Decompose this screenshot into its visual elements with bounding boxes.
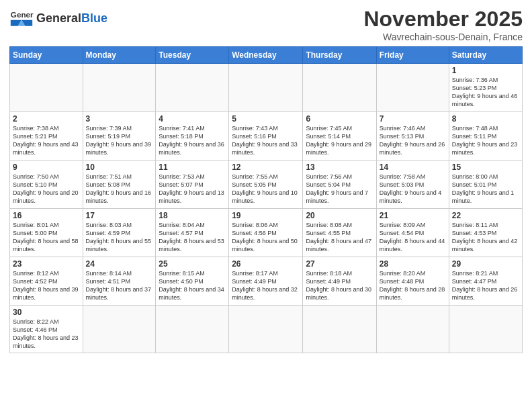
calendar-day-cell: 18Sunrise: 8:04 AM Sunset: 4:57 PM Dayli… [156, 209, 229, 257]
day-info: Sunrise: 7:58 AM Sunset: 5:03 PM Dayligh… [380, 173, 446, 205]
calendar-week-row: 16Sunrise: 8:01 AM Sunset: 5:00 PM Dayli… [10, 209, 523, 257]
calendar-day-cell [449, 306, 522, 353]
calendar-week-row: 9Sunrise: 7:50 AM Sunset: 5:10 PM Daylig… [10, 161, 523, 209]
calendar-week-row: 2Sunrise: 7:38 AM Sunset: 5:21 PM Daylig… [10, 112, 523, 161]
day-info: Sunrise: 7:38 AM Sunset: 5:21 PM Dayligh… [13, 124, 80, 157]
day-info: Sunrise: 8:14 AM Sunset: 4:51 PM Dayligh… [86, 269, 153, 302]
calendar-day-cell: 26Sunrise: 8:17 AM Sunset: 4:49 PM Dayli… [229, 257, 303, 306]
day-number: 12 [232, 163, 300, 172]
day-number: 19 [232, 211, 300, 220]
calendar-day-cell [303, 306, 376, 353]
calendar-day-cell [376, 64, 449, 112]
calendar-day-cell: 17Sunrise: 8:03 AM Sunset: 4:59 PM Dayli… [83, 209, 156, 257]
weekday-header-friday: Friday [376, 47, 449, 64]
day-info: Sunrise: 7:53 AM Sunset: 5:07 PM Dayligh… [159, 173, 226, 205]
calendar-day-cell: 30Sunrise: 8:22 AM Sunset: 4:46 PM Dayli… [10, 306, 83, 353]
calendar-day-cell [376, 306, 449, 353]
calendar-day-cell: 8Sunrise: 7:48 AM Sunset: 5:11 PM Daylig… [449, 112, 522, 161]
svg-text:General: General [11, 10, 34, 19]
calendar-table: SundayMondayTuesdayWednesdayThursdayFrid… [9, 46, 523, 353]
weekday-header-tuesday: Tuesday [156, 47, 229, 64]
weekday-header-row: SundayMondayTuesdayWednesdayThursdayFrid… [10, 47, 523, 64]
day-number: 6 [306, 114, 373, 124]
day-number: 24 [86, 259, 153, 269]
day-number: 8 [452, 114, 519, 124]
day-number: 11 [159, 163, 226, 172]
day-number: 27 [306, 259, 373, 269]
calendar-day-cell: 14Sunrise: 7:58 AM Sunset: 5:03 PM Dayli… [376, 161, 449, 209]
calendar-day-cell: 28Sunrise: 8:20 AM Sunset: 4:48 PM Dayli… [376, 257, 449, 306]
weekday-header-saturday: Saturday [449, 47, 522, 64]
day-number: 10 [86, 163, 153, 172]
calendar-day-cell: 19Sunrise: 8:06 AM Sunset: 4:56 PM Dayli… [229, 209, 303, 257]
day-number: 17 [86, 211, 153, 220]
day-number: 1 [452, 66, 519, 75]
day-info: Sunrise: 7:51 AM Sunset: 5:08 PM Dayligh… [86, 173, 153, 205]
day-info: Sunrise: 8:09 AM Sunset: 4:54 PM Dayligh… [380, 221, 446, 254]
calendar-day-cell: 25Sunrise: 8:15 AM Sunset: 4:50 PM Dayli… [156, 257, 229, 306]
page: General GeneralBlue November 2025 Wavrec… [0, 0, 532, 360]
day-number: 28 [380, 259, 446, 269]
day-info: Sunrise: 8:01 AM Sunset: 5:00 PM Dayligh… [13, 221, 80, 254]
day-number: 4 [159, 114, 226, 124]
day-info: Sunrise: 7:43 AM Sunset: 5:16 PM Dayligh… [232, 124, 300, 157]
day-number: 22 [452, 211, 519, 220]
calendar-day-cell: 13Sunrise: 7:56 AM Sunset: 5:04 PM Dayli… [303, 161, 376, 209]
logo: General GeneralBlue [9, 7, 107, 31]
day-info: Sunrise: 8:04 AM Sunset: 4:57 PM Dayligh… [159, 221, 226, 254]
calendar-day-cell: 2Sunrise: 7:38 AM Sunset: 5:21 PM Daylig… [10, 112, 83, 161]
day-number: 29 [452, 259, 519, 269]
weekday-header-monday: Monday [83, 47, 156, 64]
day-info: Sunrise: 8:22 AM Sunset: 4:46 PM Dayligh… [13, 318, 80, 351]
calendar-day-cell: 4Sunrise: 7:41 AM Sunset: 5:18 PM Daylig… [156, 112, 229, 161]
weekday-header-wednesday: Wednesday [229, 47, 303, 64]
day-info: Sunrise: 8:06 AM Sunset: 4:56 PM Dayligh… [232, 221, 300, 254]
day-info: Sunrise: 8:03 AM Sunset: 4:59 PM Dayligh… [86, 221, 153, 254]
calendar-day-cell: 11Sunrise: 7:53 AM Sunset: 5:07 PM Dayli… [156, 161, 229, 209]
day-info: Sunrise: 8:21 AM Sunset: 4:47 PM Dayligh… [452, 269, 519, 302]
header: General GeneralBlue November 2025 Wavrec… [9, 7, 523, 42]
location-title: Wavrechain-sous-Denain, France [363, 32, 523, 42]
day-info: Sunrise: 7:45 AM Sunset: 5:14 PM Dayligh… [306, 124, 373, 157]
day-number: 21 [380, 211, 446, 220]
day-number: 14 [380, 163, 446, 172]
day-info: Sunrise: 8:08 AM Sunset: 4:55 PM Dayligh… [306, 221, 373, 254]
day-info: Sunrise: 8:18 AM Sunset: 4:49 PM Dayligh… [306, 269, 373, 302]
day-info: Sunrise: 7:50 AM Sunset: 5:10 PM Dayligh… [13, 173, 80, 205]
generalblue-logo-icon: General [9, 7, 34, 31]
day-info: Sunrise: 8:00 AM Sunset: 5:01 PM Dayligh… [452, 173, 519, 205]
day-number: 25 [159, 259, 226, 269]
calendar-day-cell: 12Sunrise: 7:55 AM Sunset: 5:05 PM Dayli… [229, 161, 303, 209]
day-info: Sunrise: 8:12 AM Sunset: 4:52 PM Dayligh… [13, 269, 80, 302]
day-number: 15 [452, 163, 519, 172]
calendar-day-cell [229, 306, 303, 353]
calendar-day-cell: 22Sunrise: 8:11 AM Sunset: 4:53 PM Dayli… [449, 209, 522, 257]
day-number: 18 [159, 211, 226, 220]
calendar-day-cell [83, 64, 156, 112]
day-info: Sunrise: 7:39 AM Sunset: 5:19 PM Dayligh… [86, 124, 153, 157]
month-title: November 2025 [363, 7, 523, 32]
calendar-day-cell: 21Sunrise: 8:09 AM Sunset: 4:54 PM Dayli… [376, 209, 449, 257]
day-number: 3 [86, 114, 153, 124]
day-number: 9 [13, 163, 80, 172]
day-number: 23 [13, 259, 80, 269]
calendar-day-cell: 27Sunrise: 8:18 AM Sunset: 4:49 PM Dayli… [303, 257, 376, 306]
calendar-day-cell [229, 64, 303, 112]
day-info: Sunrise: 7:48 AM Sunset: 5:11 PM Dayligh… [452, 124, 519, 157]
day-number: 2 [13, 114, 80, 124]
calendar-day-cell: 15Sunrise: 8:00 AM Sunset: 5:01 PM Dayli… [449, 161, 522, 209]
calendar-day-cell: 3Sunrise: 7:39 AM Sunset: 5:19 PM Daylig… [83, 112, 156, 161]
day-info: Sunrise: 8:20 AM Sunset: 4:48 PM Dayligh… [380, 269, 446, 302]
day-info: Sunrise: 8:15 AM Sunset: 4:50 PM Dayligh… [159, 269, 226, 302]
calendar-day-cell [83, 306, 156, 353]
calendar-day-cell: 5Sunrise: 7:43 AM Sunset: 5:16 PM Daylig… [229, 112, 303, 161]
weekday-header-sunday: Sunday [10, 47, 83, 64]
day-info: Sunrise: 7:46 AM Sunset: 5:13 PM Dayligh… [380, 124, 446, 157]
calendar-day-cell: 23Sunrise: 8:12 AM Sunset: 4:52 PM Dayli… [10, 257, 83, 306]
logo-text: GeneralBlue [36, 12, 107, 26]
calendar-day-cell: 10Sunrise: 7:51 AM Sunset: 5:08 PM Dayli… [83, 161, 156, 209]
calendar-day-cell [303, 64, 376, 112]
weekday-header-thursday: Thursday [303, 47, 376, 64]
day-number: 13 [306, 163, 373, 172]
calendar-day-cell [156, 64, 229, 112]
